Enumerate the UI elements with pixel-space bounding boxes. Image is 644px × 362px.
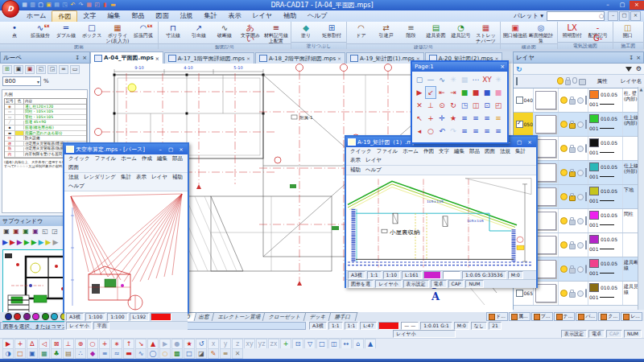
palette-tool-icon[interactable]: ★: [448, 112, 459, 125]
globe-icon[interactable]: [572, 77, 578, 84]
ribbon-button[interactable]: ∿EX拡張線分: [28, 23, 52, 39]
palette-tool-icon[interactable]: ✳: [493, 73, 504, 86]
layer-color-swatch[interactable]: [589, 114, 599, 123]
ribbon-button[interactable]: あい文字囲み: [238, 23, 262, 39]
subwindow-tool-icon[interactable]: ▣: [12, 228, 20, 235]
loupe-tool-icon[interactable]: ▣: [25, 65, 35, 74]
subwindow-tool-icon[interactable]: ▣: [31, 228, 39, 235]
view-arrow-icon[interactable]: ▶: [17, 238, 23, 246]
ribbon-button[interactable]: ▣開口補強筋: [503, 23, 527, 39]
palette-tool-icon[interactable]: ○: [425, 125, 436, 138]
loupe-tool-icon[interactable]: ◱: [36, 65, 46, 74]
loupe-tool-icon[interactable]: =: [59, 65, 68, 74]
ribbon-button[interactable]: ◆塗り: [294, 23, 318, 39]
current-color-swatch[interactable]: [151, 313, 171, 321]
ribbon-tab[interactable]: 法規: [174, 10, 198, 22]
lock-icon[interactable]: [569, 268, 576, 274]
lock-icon[interactable]: [569, 220, 576, 225]
color-dot[interactable]: [5, 313, 12, 320]
menu-item[interactable]: ヘルプ: [66, 182, 87, 191]
layer-row[interactable]: 040 010.05 001 柱, 壁(内部): [514, 88, 644, 113]
toolbar-icon[interactable]: □: [14, 348, 26, 359]
panel-tab[interactable]: パ...: [576, 312, 597, 321]
palette-tool-icon[interactable]: ≡: [470, 112, 481, 125]
loupe-tool-icon[interactable]: ▣: [14, 65, 23, 74]
toolbar-icon[interactable]: ≡: [99, 348, 110, 359]
palette-tool-icon[interactable]: ▶: [414, 86, 425, 99]
palette-tool-icon[interactable]: ▦: [459, 73, 470, 86]
toolbar-icon[interactable]: ∿: [135, 348, 147, 359]
window-control-button[interactable]: ▢: [166, 146, 175, 153]
page-palette-window[interactable]: Page:1 × ▢—∿✳▦⋯XY✳▶↙⇤⇥■■■■✕⊥⊙↻◳◫⊡◰↖+✛★≡≡…: [411, 60, 509, 144]
menu-item[interactable]: レイヤ: [149, 173, 170, 182]
document-tab[interactable]: A-04_平面図.mps×: [90, 51, 163, 64]
palette-tool-icon[interactable]: ≡: [470, 125, 481, 138]
layer-row[interactable]: 050 010.05 001 仕上線(内部): [514, 113, 644, 137]
layer-color-swatch[interactable]: [589, 187, 599, 195]
globe-icon[interactable]: [577, 218, 584, 224]
ribbon-button[interactable]: ◔建具記号: [449, 23, 473, 39]
filter-icon[interactable]: [625, 67, 632, 72]
ribbon-tab[interactable]: レイヤ: [246, 10, 278, 22]
bulb-icon[interactable]: [560, 193, 568, 200]
mdi-control-button[interactable]: –: [608, 11, 618, 21]
toolbar-icon[interactable]: ≈: [111, 348, 122, 359]
ribbon-tab[interactable]: 表示: [222, 10, 246, 22]
layer-attributes[interactable]: 010.05 001: [588, 161, 623, 184]
child-window-titlebar[interactable]: 天空率算定.mps - [パース] –▢×: [64, 144, 188, 154]
ribbon-tab[interactable]: ホーム: [21, 10, 52, 22]
printer-icon[interactable]: [585, 241, 587, 249]
palette-tool-icon[interactable]: ≡: [459, 112, 470, 125]
palette-tool-icon[interactable]: ↶: [436, 125, 448, 138]
linestyle-swatch[interactable]: — —: [401, 322, 419, 330]
menu-item[interactable]: 編集: [452, 147, 467, 156]
lock-icon[interactable]: [569, 123, 576, 129]
palette-tool-icon[interactable]: ◳: [459, 99, 470, 112]
menu-item[interactable]: ファイル: [374, 147, 401, 156]
palette-tool-icon[interactable]: ⇥: [448, 86, 459, 99]
palette-tool-icon[interactable]: ◫: [470, 99, 481, 112]
ribbon-button[interactable]: ≡階段: [399, 23, 423, 39]
palette-tool-icon[interactable]: ≡: [493, 125, 504, 138]
color-dot[interactable]: [14, 313, 21, 320]
panel-tab[interactable]: 属...: [509, 312, 530, 321]
ribbon-tab[interactable]: 図面: [150, 10, 174, 22]
subwindow-tool-icon[interactable]: ◱: [41, 228, 49, 235]
globe-icon[interactable]: [577, 242, 584, 249]
ribbon-button[interactable]: ↗引出線: [187, 23, 211, 39]
ribbon-button[interactable]: -G-配管記号: [586, 23, 610, 39]
palette-tool-icon[interactable]: ▢: [414, 73, 425, 86]
view-arrow-icon[interactable]: ▶: [39, 238, 44, 246]
palette-tool-icon[interactable]: ≡: [493, 112, 504, 125]
menu-item[interactable]: クイック: [66, 154, 93, 163]
palette-tool-icon[interactable]: ⊥: [425, 99, 436, 112]
window-control-button[interactable]: –: [155, 146, 165, 153]
menu-item[interactable]: 作成: [139, 154, 155, 163]
panel-tab[interactable]: ブ...: [531, 312, 553, 321]
ribbon-tab[interactable]: 作図: [52, 10, 77, 22]
bulb-icon[interactable]: [560, 169, 568, 176]
tab-close-icon[interactable]: ×: [337, 56, 341, 61]
ribbon-button[interactable]: ◎断面性能計算: [529, 23, 553, 43]
layer-attributes[interactable]: 010.05 001: [588, 233, 623, 257]
window-control-button[interactable]: –: [601, 1, 615, 10]
palette-tool-icon[interactable]: ⇤: [436, 86, 448, 99]
printer-icon[interactable]: [585, 96, 587, 105]
layer-color-swatch[interactable]: [589, 138, 599, 147]
view-arrow-icon[interactable]: ▶: [46, 238, 52, 246]
globe-icon[interactable]: [577, 290, 584, 297]
scrollbar[interactable]: ▲: [638, 87, 644, 310]
select-all-checkbox[interactable]: [516, 77, 518, 85]
palette-tool-icon[interactable]: ⊙: [436, 99, 448, 112]
ribbon-button[interactable]: ∿破断線: [213, 23, 237, 39]
toolbar-icon[interactable]: ○: [159, 348, 171, 359]
app-logo[interactable]: D: [2, 0, 19, 18]
palette-tool-icon[interactable]: +: [425, 112, 436, 125]
ribbon-button[interactable]: =ダブル線: [54, 23, 78, 39]
window-control-button[interactable]: ×: [525, 139, 535, 146]
menu-item[interactable]: 補助: [348, 166, 363, 175]
palette-tool-icon[interactable]: ∿: [436, 73, 448, 86]
layer-color-swatch[interactable]: [589, 259, 599, 268]
ribbon-button[interactable]: ⊓寸法線: [161, 23, 185, 39]
ribbon-button[interactable]: ▦ポリライン(表入力): [105, 23, 130, 43]
